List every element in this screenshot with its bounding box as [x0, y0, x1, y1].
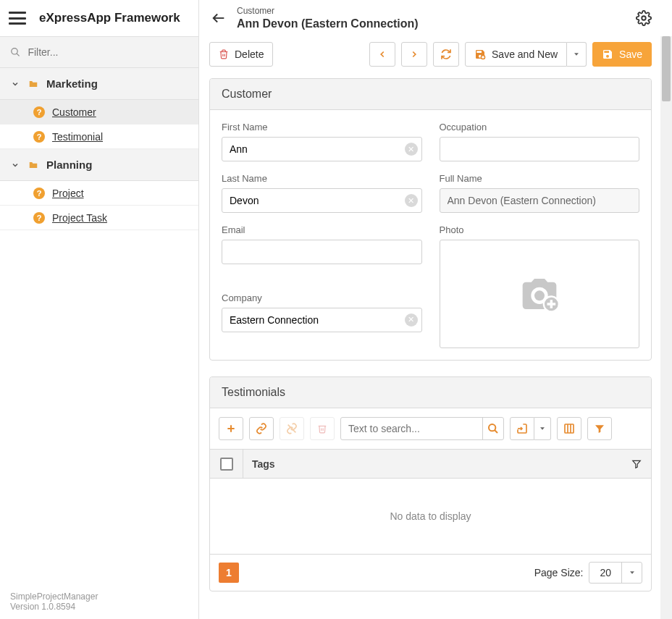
chevron-left-icon: [377, 49, 387, 59]
prev-record-button[interactable]: [369, 42, 395, 67]
nav-item-customer[interactable]: ? Customer: [0, 100, 198, 125]
plus-icon: [225, 423, 237, 434]
chevron-down-icon: [10, 161, 20, 169]
company-label: Company: [222, 292, 422, 303]
scrollbar-thumb[interactable]: [662, 36, 671, 101]
brand-title: eXpressApp Framework: [39, 11, 180, 25]
nav-group-label: Marketing: [46, 77, 98, 90]
save-button[interactable]: Save: [592, 42, 652, 67]
camera-plus-icon: [516, 274, 563, 314]
filter-settings-icon: [594, 423, 605, 434]
testimonials-panel-title: Testimonials: [210, 377, 651, 408]
nav-group-label: Planning: [46, 159, 92, 171]
save-label: Save: [619, 49, 642, 60]
select-all-checkbox[interactable]: [220, 458, 233, 471]
caret-down-icon: [629, 569, 636, 576]
back-arrow-icon[interactable]: [211, 10, 227, 26]
clear-company[interactable]: ✕: [405, 313, 418, 327]
footer-app-name: SimpleProjectManager: [10, 591, 188, 602]
save-and-new-label: Save and New: [492, 49, 558, 60]
page-size-dropdown[interactable]: [621, 563, 642, 583]
nav-item-label: Testimonial: [52, 131, 103, 143]
breadcrumb: Customer: [237, 6, 626, 17]
question-icon: ?: [33, 106, 45, 118]
svg-marker-5: [574, 53, 579, 55]
company-input[interactable]: [222, 308, 422, 332]
save-and-new-dropdown[interactable]: [567, 42, 587, 67]
page-size-value: 20: [589, 567, 621, 578]
page-title: Ann Devon (Eastern Connection): [237, 17, 626, 31]
export-dropdown[interactable]: [534, 417, 551, 440]
email-input[interactable]: [222, 240, 422, 264]
question-icon: ?: [33, 212, 45, 224]
menu-toggle-button[interactable]: [9, 12, 26, 25]
svg-marker-13: [540, 427, 545, 429]
page-number[interactable]: 1: [219, 563, 239, 583]
svg-point-6: [534, 290, 545, 300]
svg-marker-17: [633, 460, 641, 468]
photo-label: Photo: [440, 224, 640, 235]
customer-panel: Customer First Name ✕ Occupation: [209, 78, 652, 361]
svg-marker-18: [630, 571, 634, 573]
delete-row-button: [310, 417, 335, 440]
svg-point-0: [12, 49, 17, 54]
nav-group-marketing[interactable]: Marketing: [0, 68, 198, 100]
add-row-button[interactable]: [219, 417, 243, 440]
folder-icon: [28, 160, 39, 170]
first-name-input[interactable]: [222, 137, 422, 161]
columns-icon: [563, 423, 575, 434]
nav-filter-input[interactable]: [28, 46, 188, 58]
full-name-input: [440, 188, 640, 213]
link-button[interactable]: [249, 417, 274, 440]
search-icon: [10, 46, 20, 58]
nav-item-testimonial[interactable]: ? Testimonial: [0, 125, 198, 149]
delete-label: Delete: [235, 49, 264, 60]
question-icon: ?: [33, 188, 45, 199]
funnel-icon: [631, 459, 642, 469]
filter-builder-button[interactable]: [587, 417, 612, 440]
scrollbar-track[interactable]: [660, 36, 672, 619]
first-name-label: First Name: [222, 122, 422, 132]
folder-icon: [28, 79, 39, 89]
save-and-new-button[interactable]: Save and New: [465, 42, 567, 67]
column-filter-button[interactable]: [622, 459, 651, 469]
svg-line-10: [288, 425, 296, 433]
next-record-button[interactable]: [401, 42, 427, 67]
clear-first-name[interactable]: ✕: [405, 143, 418, 156]
nav-item-label: Project Task: [52, 212, 107, 224]
last-name-label: Last Name: [222, 173, 422, 184]
refresh-button[interactable]: [433, 42, 459, 67]
footer-version: Version 1.0.8594: [10, 602, 188, 612]
nav-item-project-task[interactable]: ? Project Task: [0, 206, 198, 230]
nav-item-project[interactable]: ? Project: [0, 181, 198, 206]
gear-icon[interactable]: [636, 10, 652, 26]
trash-icon: [219, 49, 229, 59]
photo-upload[interactable]: [440, 240, 640, 348]
last-name-input[interactable]: [222, 188, 422, 213]
column-header-tags[interactable]: Tags: [243, 458, 622, 470]
search-icon: [487, 423, 499, 434]
column-chooser-button[interactable]: [557, 417, 581, 440]
nav-group-planning[interactable]: Planning: [0, 149, 198, 181]
svg-line-1: [17, 54, 20, 56]
clear-last-name[interactable]: ✕: [405, 194, 418, 207]
trash-icon: [317, 424, 327, 434]
grid-search-button[interactable]: [482, 418, 503, 439]
svg-point-3: [642, 16, 646, 20]
nav-item-label: Customer: [52, 106, 96, 118]
delete-button[interactable]: Delete: [209, 42, 273, 67]
link-icon: [256, 423, 267, 434]
unlink-icon: [286, 423, 298, 434]
export-button[interactable]: [510, 417, 534, 440]
grid-search-input[interactable]: [341, 423, 482, 434]
occupation-label: Occupation: [440, 122, 640, 132]
email-label: Email: [222, 224, 422, 235]
export-icon: [516, 423, 528, 434]
testimonials-panel: Testimonials: [209, 376, 652, 591]
save-new-icon: [474, 49, 486, 60]
caret-down-icon: [539, 425, 546, 432]
chevron-right-icon: [409, 49, 419, 59]
occupation-input[interactable]: [440, 137, 640, 161]
svg-point-11: [489, 424, 495, 431]
full-name-label: Full Name: [440, 173, 640, 184]
